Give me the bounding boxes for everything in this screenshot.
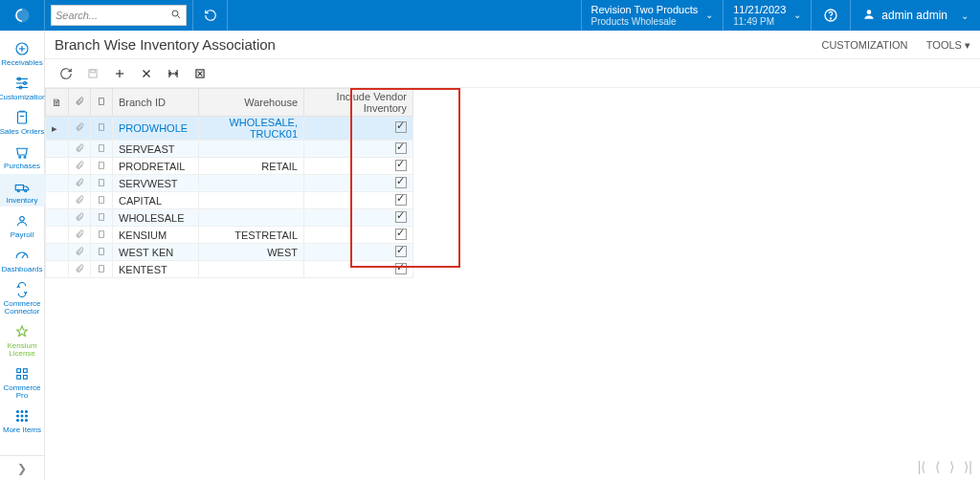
cell-warehouse[interactable]: RETAIL bbox=[199, 158, 304, 175]
table-row[interactable]: CAPITAL bbox=[46, 192, 413, 209]
row-note-icon[interactable] bbox=[91, 261, 113, 278]
row-note-icon[interactable] bbox=[91, 227, 113, 244]
cell-branch[interactable]: WEST KEN bbox=[113, 244, 199, 261]
row-attachment-icon[interactable] bbox=[69, 227, 91, 244]
cell-branch[interactable]: SERVEAST bbox=[113, 141, 199, 158]
row-note-icon[interactable] bbox=[91, 175, 113, 192]
row-expander[interactable]: ▸ bbox=[46, 117, 69, 141]
nav-customization[interactable]: Customization bbox=[0, 71, 45, 103]
row-expander[interactable] bbox=[46, 244, 69, 261]
table-row[interactable]: SERVWEST bbox=[46, 175, 413, 192]
row-attachment-icon[interactable] bbox=[69, 192, 91, 209]
include-checkbox[interactable] bbox=[395, 229, 407, 240]
pager-next[interactable]: ⟩ bbox=[949, 459, 954, 474]
nav-inventory[interactable]: Inventory bbox=[0, 174, 45, 207]
include-checkbox[interactable] bbox=[395, 194, 407, 206]
business-date[interactable]: 11/21/2023 11:49 PM ⌄ bbox=[723, 0, 811, 31]
refresh-grid-button[interactable] bbox=[53, 62, 79, 85]
row-attachment-icon[interactable] bbox=[69, 158, 91, 175]
row-attachment-icon[interactable] bbox=[69, 117, 91, 141]
include-checkbox[interactable] bbox=[395, 263, 407, 274]
save-button[interactable] bbox=[79, 62, 106, 85]
cell-warehouse[interactable]: WHOLESALE, TRUCK01 bbox=[199, 117, 304, 141]
col-warehouse[interactable]: Warehouse bbox=[199, 89, 304, 117]
include-checkbox[interactable] bbox=[395, 142, 407, 154]
row-expander[interactable] bbox=[46, 261, 69, 278]
row-expander[interactable] bbox=[46, 227, 69, 244]
cell-branch[interactable]: CAPITAL bbox=[113, 192, 199, 209]
row-note-icon[interactable] bbox=[91, 244, 113, 261]
table-row[interactable]: ▸PRODWHOLEWHOLESALE, TRUCK01 bbox=[46, 117, 413, 141]
cell-include[interactable] bbox=[304, 227, 413, 244]
user-menu[interactable]: admin admin ⌄ bbox=[850, 0, 980, 31]
customization-link[interactable]: CUSTOMIZATION bbox=[821, 39, 907, 51]
cell-branch[interactable]: KENTEST bbox=[113, 261, 199, 278]
row-note-icon[interactable] bbox=[91, 209, 113, 227]
col-expander[interactable]: 🗎 bbox=[46, 89, 69, 117]
cell-warehouse[interactable] bbox=[199, 192, 304, 209]
include-checkbox[interactable] bbox=[395, 246, 407, 257]
nav-payroll[interactable]: Payroll bbox=[0, 208, 45, 241]
table-row[interactable]: KENTEST bbox=[46, 261, 413, 278]
add-row-button[interactable] bbox=[106, 62, 133, 85]
table-row[interactable]: KENSIUMTESTRETAIL bbox=[46, 227, 413, 244]
tools-menu[interactable]: TOOLS ▾ bbox=[926, 39, 970, 51]
nav-commerce-pro[interactable]: Commerce Pro bbox=[0, 361, 45, 402]
fit-columns-button[interactable] bbox=[160, 62, 187, 85]
cell-warehouse[interactable] bbox=[199, 261, 304, 278]
delete-row-button[interactable] bbox=[133, 62, 160, 85]
nav-more-items[interactable]: More Items bbox=[0, 404, 45, 436]
cell-include[interactable] bbox=[304, 244, 413, 261]
refresh-button[interactable] bbox=[193, 0, 228, 31]
pager-last[interactable]: ⟩| bbox=[964, 459, 972, 474]
cell-branch[interactable]: WHOLESALE bbox=[113, 209, 199, 227]
nav-receivables[interactable]: Receivables bbox=[0, 36, 45, 69]
row-attachment-icon[interactable] bbox=[69, 141, 91, 158]
tenant-selector[interactable]: Revision Two Products Products Wholesale… bbox=[581, 0, 724, 31]
cell-branch[interactable]: SERVWEST bbox=[113, 175, 199, 192]
table-row[interactable]: WHOLESALE bbox=[46, 209, 413, 227]
include-checkbox[interactable] bbox=[395, 121, 407, 133]
col-note[interactable] bbox=[91, 89, 113, 117]
include-checkbox[interactable] bbox=[395, 160, 407, 171]
row-attachment-icon[interactable] bbox=[69, 244, 91, 261]
include-checkbox[interactable] bbox=[395, 211, 407, 223]
nav-commerce-connector[interactable]: Commerce Connector bbox=[0, 277, 45, 317]
row-note-icon[interactable] bbox=[91, 117, 113, 141]
pager-first[interactable]: |⟨ bbox=[918, 459, 926, 474]
logo[interactable] bbox=[0, 0, 45, 31]
cell-branch[interactable]: PRODRETAIL bbox=[113, 158, 199, 175]
cell-include[interactable] bbox=[304, 141, 413, 158]
cell-warehouse[interactable]: WEST bbox=[199, 244, 304, 261]
col-attachment[interactable] bbox=[69, 89, 91, 117]
row-expander[interactable] bbox=[46, 158, 69, 175]
table-row[interactable]: PRODRETAILRETAIL bbox=[46, 158, 413, 175]
row-expander[interactable] bbox=[46, 175, 69, 192]
nav-kensium-license[interactable]: Kensium License bbox=[0, 319, 45, 360]
row-expander[interactable] bbox=[46, 192, 69, 209]
cell-branch[interactable]: PRODWHOLE bbox=[113, 117, 199, 141]
cell-include[interactable] bbox=[304, 209, 413, 227]
row-expander[interactable] bbox=[46, 209, 69, 227]
table-row[interactable]: WEST KENWEST bbox=[46, 244, 413, 261]
nav-purchases[interactable]: Purchases bbox=[0, 140, 45, 172]
search-input[interactable]: Search... bbox=[51, 5, 187, 26]
col-include[interactable]: Include Vendor Inventory bbox=[304, 89, 413, 117]
row-attachment-icon[interactable] bbox=[69, 261, 91, 278]
row-expander[interactable] bbox=[46, 141, 69, 158]
row-note-icon[interactable] bbox=[91, 192, 113, 209]
cell-warehouse[interactable] bbox=[199, 175, 304, 192]
nav-sales-orders[interactable]: Sales Orders bbox=[0, 105, 45, 138]
nav-dashboards[interactable]: Dashboards bbox=[0, 243, 45, 275]
cell-include[interactable] bbox=[304, 175, 413, 192]
cell-include[interactable] bbox=[304, 117, 413, 141]
row-note-icon[interactable] bbox=[91, 141, 113, 158]
export-button[interactable] bbox=[187, 62, 213, 85]
row-note-icon[interactable] bbox=[91, 158, 113, 175]
cell-include[interactable] bbox=[304, 261, 413, 278]
cell-include[interactable] bbox=[304, 158, 413, 175]
row-attachment-icon[interactable] bbox=[69, 175, 91, 192]
cell-warehouse[interactable] bbox=[199, 209, 304, 227]
cell-include[interactable] bbox=[304, 192, 413, 209]
row-attachment-icon[interactable] bbox=[69, 209, 91, 227]
